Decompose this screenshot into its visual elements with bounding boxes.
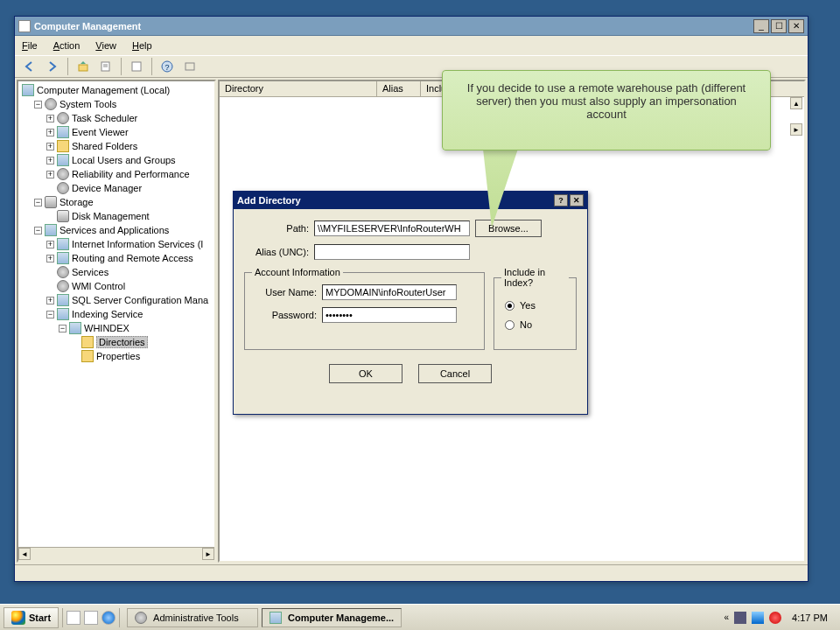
dialog-help-button[interactable]: ?: [554, 194, 568, 206]
cancel-button[interactable]: Cancel: [418, 364, 492, 383]
list-scroll-right[interactable]: ►: [790, 123, 802, 136]
username-input[interactable]: [322, 284, 457, 300]
properties-button[interactable]: [96, 57, 116, 76]
svg-rect-0: [79, 65, 88, 71]
tree-sql[interactable]: +SQL Server Configuration Mana: [22, 293, 211, 307]
tree-wmi[interactable]: WMI Control: [22, 279, 211, 293]
password-input[interactable]: [322, 307, 457, 323]
tree-local-users[interactable]: +Local Users and Groups: [22, 153, 211, 167]
tree-storage[interactable]: −Storage: [22, 195, 211, 209]
app-icon: [18, 20, 31, 32]
close-button[interactable]: ✕: [788, 19, 804, 33]
callout-tooltip: If you decide to use a remote warehouse …: [442, 70, 771, 150]
task-admin-label: Administrative Tools: [153, 612, 239, 623]
username-label: User Name:: [252, 287, 322, 298]
tray-network-icon[interactable]: [752, 612, 764, 624]
tree-event-viewer[interactable]: +Event Viewer: [22, 125, 211, 139]
ql-explorer-icon[interactable]: [84, 611, 98, 625]
path-input[interactable]: [314, 220, 470, 236]
menu-file[interactable]: FFileile: [22, 40, 38, 51]
tree-reliability[interactable]: +Reliability and Performance: [22, 167, 211, 181]
tree-services-apps[interactable]: −Services and Applications: [22, 223, 211, 237]
help-button[interactable]: ?: [158, 57, 177, 76]
tree-rras[interactable]: +Routing and Remote Access: [22, 251, 211, 265]
password-label: Password:: [252, 310, 322, 320]
tray-vm-icon[interactable]: [734, 612, 746, 624]
tree-whindex[interactable]: −WHINDEX: [22, 321, 211, 335]
mmc-icon: [270, 612, 282, 624]
col-alias[interactable]: Alias: [377, 81, 421, 96]
menu-help[interactable]: Help: [132, 40, 152, 51]
quick-launch: [66, 611, 116, 625]
list-scroll-up[interactable]: ▲: [790, 97, 802, 109]
start-button[interactable]: Start: [4, 607, 59, 628]
tree-root[interactable]: Computer Management (Local): [22, 83, 211, 97]
tree-shared-folders[interactable]: +Shared Folders: [22, 139, 211, 153]
path-label: Path:: [244, 223, 314, 234]
include-index-fieldset: Include in Index? Yes No: [494, 267, 577, 350]
start-label: Start: [29, 612, 51, 623]
admin-tools-icon: [135, 612, 147, 624]
tree-scroll-left[interactable]: ◄: [18, 548, 31, 560]
tree-services[interactable]: Services: [22, 265, 211, 279]
ql-show-desktop-icon[interactable]: [66, 611, 80, 625]
tree-directories[interactable]: Directories: [22, 335, 211, 349]
task-admin-tools[interactable]: Administrative Tools: [127, 608, 258, 627]
window-title: Computer Management: [34, 21, 753, 32]
dialog-title: Add Directory: [237, 195, 301, 206]
up-button[interactable]: [74, 57, 93, 76]
tray-shield-icon[interactable]: [769, 612, 781, 624]
tree-device-manager[interactable]: Device Manager: [22, 181, 211, 195]
refresh-button[interactable]: [127, 57, 146, 76]
account-legend: Account Information: [252, 267, 343, 277]
browse-button[interactable]: Browse...: [475, 220, 542, 237]
tree-pane[interactable]: Computer Management (Local) −System Tool…: [17, 80, 216, 563]
menu-action[interactable]: Action: [53, 40, 80, 51]
maximize-button[interactable]: ☐: [771, 19, 787, 33]
svg-rect-7: [186, 63, 194, 70]
menubar: FFileile Action View Help: [15, 36, 808, 55]
task-computer-management[interactable]: Computer Manageme...: [262, 608, 402, 627]
radio-yes[interactable]: [505, 301, 514, 311]
extra-button[interactable]: [180, 57, 200, 76]
callout-text: If you decide to use a remote warehouse …: [467, 81, 746, 121]
ok-button[interactable]: OK: [329, 364, 402, 383]
svg-rect-4: [132, 62, 141, 71]
radio-no-label: No: [520, 319, 532, 330]
titlebar[interactable]: Computer Management _ ☐ ✕: [15, 17, 808, 36]
taskbar: Start Administrative Tools Computer Mana…: [0, 604, 840, 630]
col-directory[interactable]: Directory: [220, 81, 377, 96]
tray-chevron[interactable]: «: [724, 612, 729, 622]
tree-system-tools[interactable]: −System Tools: [22, 97, 211, 111]
dialog-titlebar[interactable]: Add Directory ? ✕: [234, 192, 587, 209]
minimize-button[interactable]: _: [753, 19, 769, 33]
radio-no-row[interactable]: No: [505, 319, 569, 330]
radio-yes-row[interactable]: Yes: [505, 300, 569, 311]
back-button[interactable]: [20, 57, 39, 76]
tree-iis[interactable]: +Internet Information Services (I: [22, 237, 211, 251]
tree-scroll-right[interactable]: ►: [202, 548, 214, 560]
tree-disk-management[interactable]: Disk Management: [22, 209, 211, 223]
start-orb-icon: [11, 611, 25, 625]
alias-input[interactable]: [314, 244, 470, 260]
ql-ie-icon[interactable]: [102, 611, 116, 625]
add-directory-dialog: Add Directory ? ✕ Path: Browse... Alias …: [233, 191, 588, 415]
radio-no[interactable]: [505, 320, 514, 330]
dialog-close-button[interactable]: ✕: [570, 194, 584, 206]
include-index-legend: Include in Index?: [501, 267, 569, 288]
account-fieldset: Account Information User Name: Password:: [244, 267, 485, 350]
tree-task-scheduler[interactable]: +Task Scheduler: [22, 111, 211, 125]
radio-yes-label: Yes: [520, 300, 536, 311]
menu-view[interactable]: View: [95, 40, 116, 51]
alias-label: Alias (UNC):: [244, 247, 314, 257]
window-buttons: _ ☐ ✕: [753, 19, 804, 33]
forward-button[interactable]: [43, 57, 62, 76]
tray-clock[interactable]: 4:17 PM: [787, 612, 833, 623]
task-mmc-label: Computer Manageme...: [288, 612, 394, 623]
tree-indexing[interactable]: −Indexing Service: [22, 307, 211, 321]
svg-text:?: ?: [164, 63, 169, 72]
tree-properties[interactable]: Properties: [22, 349, 211, 363]
system-tray: « 4:17 PM: [720, 612, 836, 624]
statusbar: [15, 564, 808, 580]
